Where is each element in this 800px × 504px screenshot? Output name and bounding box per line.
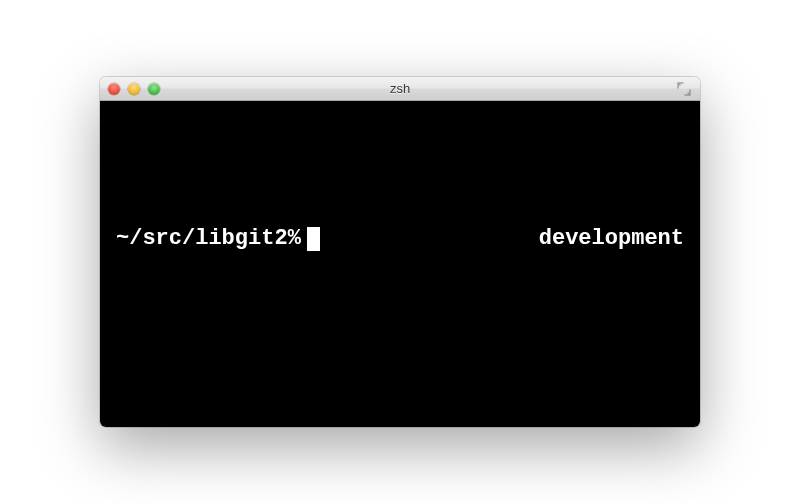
prompt-line: ~/src/libgit2% development: [116, 226, 684, 251]
titlebar[interactable]: zsh: [100, 77, 700, 101]
fullscreen-icon[interactable]: [676, 81, 692, 97]
close-button[interactable]: [108, 83, 120, 95]
prompt-text: ~/src/libgit2%: [116, 226, 301, 251]
window-title: zsh: [100, 81, 700, 96]
cursor: [307, 227, 320, 251]
right-prompt: development: [539, 226, 684, 251]
minimize-button[interactable]: [128, 83, 140, 95]
traffic-lights: [108, 83, 160, 95]
terminal-body[interactable]: ~/src/libgit2% development: [100, 101, 700, 427]
prompt-left: ~/src/libgit2%: [116, 226, 320, 251]
zoom-button[interactable]: [148, 83, 160, 95]
terminal-window: zsh ~/src/libgit2% development: [100, 77, 700, 427]
